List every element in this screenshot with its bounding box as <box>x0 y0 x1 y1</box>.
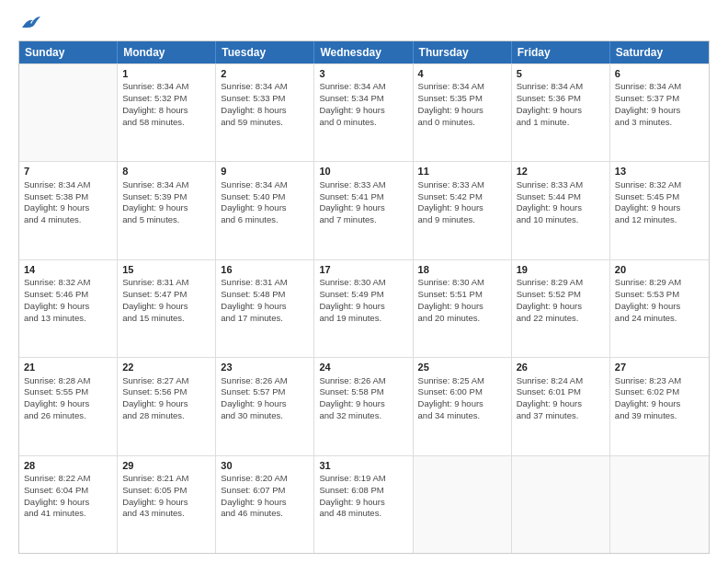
cell-line: and 46 minutes. <box>221 508 309 520</box>
cell-line: Sunrise: 8:24 AM <box>517 375 605 387</box>
calendar-row-1: 7Sunrise: 8:34 AMSunset: 5:38 PMDaylight… <box>19 161 709 259</box>
day-number: 2 <box>221 67 309 80</box>
cell-line: Daylight: 9 hours <box>319 202 407 214</box>
cell-line: Daylight: 9 hours <box>122 398 210 410</box>
calendar-cell-29: 29Sunrise: 8:21 AMSunset: 6:05 PMDayligh… <box>118 456 216 553</box>
day-number: 27 <box>615 361 704 373</box>
cell-line: and 28 minutes. <box>122 410 210 422</box>
day-number: 12 <box>517 165 605 178</box>
cell-line: Daylight: 9 hours <box>24 497 112 509</box>
day-number: 28 <box>24 459 112 472</box>
cell-line: Sunset: 5:46 PM <box>24 289 112 301</box>
cell-line: Sunset: 5:53 PM <box>615 289 704 301</box>
cell-line: Sunset: 6:04 PM <box>24 485 112 497</box>
cell-line: and 4 minutes. <box>24 214 112 226</box>
cell-line: Sunset: 5:33 PM <box>221 93 309 105</box>
cell-line: and 48 minutes. <box>319 508 407 520</box>
cell-line: and 5 minutes. <box>122 214 210 226</box>
cell-line: Sunrise: 8:34 AM <box>24 179 112 191</box>
cell-line: Daylight: 9 hours <box>615 105 704 117</box>
cell-line: Sunset: 5:47 PM <box>122 289 210 301</box>
cell-line: and 34 minutes. <box>418 410 506 422</box>
calendar-cell-10: 10Sunrise: 8:33 AMSunset: 5:41 PMDayligh… <box>314 162 413 259</box>
cell-line: Sunset: 5:38 PM <box>24 191 112 203</box>
cell-line: and 59 minutes. <box>221 117 309 129</box>
calendar-body: 1Sunrise: 8:34 AMSunset: 5:32 PMDaylight… <box>19 63 709 553</box>
cell-line: Sunrise: 8:32 AM <box>24 277 112 289</box>
cell-line: and 13 minutes. <box>24 313 112 325</box>
calendar-cell-8: 8Sunrise: 8:34 AMSunset: 5:39 PMDaylight… <box>118 162 216 259</box>
cell-line: Sunrise: 8:33 AM <box>319 179 407 191</box>
calendar-cell-5: 5Sunrise: 8:34 AMSunset: 5:36 PMDaylight… <box>512 64 610 161</box>
cell-line: Sunrise: 8:25 AM <box>418 375 506 387</box>
cell-line: Sunset: 5:56 PM <box>122 386 210 398</box>
calendar-cell-16: 16Sunrise: 8:31 AMSunset: 5:48 PMDayligh… <box>216 260 314 357</box>
calendar-row-0: 1Sunrise: 8:34 AMSunset: 5:32 PMDaylight… <box>19 63 709 161</box>
cell-line: and 1 minute. <box>517 117 605 129</box>
day-number: 19 <box>517 263 605 276</box>
cell-line: Sunrise: 8:27 AM <box>122 375 210 387</box>
day-number: 18 <box>418 263 506 276</box>
cell-line: and 12 minutes. <box>615 214 704 226</box>
cell-line: Sunrise: 8:34 AM <box>122 81 210 93</box>
day-number: 15 <box>122 263 210 276</box>
cell-line: Sunset: 6:05 PM <box>122 485 210 497</box>
cell-line: and 17 minutes. <box>221 313 309 325</box>
cell-line: Sunrise: 8:34 AM <box>122 179 210 191</box>
calendar-row-4: 28Sunrise: 8:22 AMSunset: 6:04 PMDayligh… <box>19 455 709 553</box>
cell-line: Daylight: 9 hours <box>615 398 704 410</box>
cell-line: Sunset: 6:00 PM <box>418 386 506 398</box>
day-number: 21 <box>24 361 112 373</box>
calendar-cell-17: 17Sunrise: 8:30 AMSunset: 5:49 PMDayligh… <box>314 260 413 357</box>
cell-line: Sunrise: 8:30 AM <box>319 277 407 289</box>
cell-line: and 15 minutes. <box>122 313 210 325</box>
calendar-header: SundayMondayTuesdayWednesdayThursdayFrid… <box>19 41 709 63</box>
day-number: 9 <box>221 165 309 178</box>
cell-line: and 19 minutes. <box>319 313 407 325</box>
cell-line: Daylight: 9 hours <box>122 497 210 509</box>
cell-line: Sunset: 5:55 PM <box>24 386 112 398</box>
cell-line: and 20 minutes. <box>418 313 506 325</box>
day-number: 4 <box>418 67 506 80</box>
calendar-cell-14: 14Sunrise: 8:32 AMSunset: 5:46 PMDayligh… <box>19 260 118 357</box>
cell-line: Sunrise: 8:33 AM <box>418 179 506 191</box>
cell-line: and 26 minutes. <box>24 410 112 422</box>
cell-line: Sunset: 5:48 PM <box>221 289 309 301</box>
cell-line: Daylight: 9 hours <box>418 398 506 410</box>
cell-line: Sunrise: 8:30 AM <box>418 277 506 289</box>
calendar-cell-20: 20Sunrise: 8:29 AMSunset: 5:53 PMDayligh… <box>610 260 709 357</box>
day-number: 31 <box>319 459 407 472</box>
calendar-cell-1: 1Sunrise: 8:34 AMSunset: 5:32 PMDaylight… <box>118 64 216 161</box>
cell-line: and 6 minutes. <box>221 214 309 226</box>
cell-line: and 3 minutes. <box>615 117 704 129</box>
cell-line: Daylight: 9 hours <box>319 398 407 410</box>
day-number: 3 <box>319 67 407 80</box>
cell-line: Daylight: 9 hours <box>418 301 506 313</box>
calendar-cell-empty-5 <box>512 456 610 553</box>
cell-line: and 22 minutes. <box>517 313 605 325</box>
calendar-header-monday: Monday <box>118 41 216 63</box>
cell-line: Sunrise: 8:34 AM <box>319 81 407 93</box>
cell-line: and 10 minutes. <box>517 214 605 226</box>
cell-line: Sunset: 5:57 PM <box>221 386 309 398</box>
cell-line: Daylight: 9 hours <box>517 301 605 313</box>
day-number: 17 <box>319 263 407 276</box>
cell-line: Daylight: 9 hours <box>615 301 704 313</box>
cell-line: Daylight: 8 hours <box>122 105 210 117</box>
calendar-row-2: 14Sunrise: 8:32 AMSunset: 5:46 PMDayligh… <box>19 259 709 357</box>
cell-line: Sunset: 5:40 PM <box>221 191 309 203</box>
day-number: 13 <box>615 165 704 178</box>
day-number: 11 <box>418 165 506 178</box>
day-number: 29 <box>122 459 210 472</box>
calendar-cell-empty-0 <box>19 64 118 161</box>
calendar-cell-31: 31Sunrise: 8:19 AMSunset: 6:08 PMDayligh… <box>314 456 413 553</box>
cell-line: Daylight: 9 hours <box>319 105 407 117</box>
cell-line: and 0 minutes. <box>418 117 506 129</box>
calendar-cell-27: 27Sunrise: 8:23 AMSunset: 6:02 PMDayligh… <box>610 358 709 454</box>
cell-line: Daylight: 9 hours <box>418 202 506 214</box>
cell-line: Sunset: 6:08 PM <box>319 485 407 497</box>
day-number: 7 <box>24 165 112 178</box>
cell-line: Daylight: 9 hours <box>122 301 210 313</box>
calendar: SundayMondayTuesdayWednesdayThursdayFrid… <box>18 40 710 554</box>
calendar-cell-4: 4Sunrise: 8:34 AMSunset: 5:35 PMDaylight… <box>414 64 512 161</box>
